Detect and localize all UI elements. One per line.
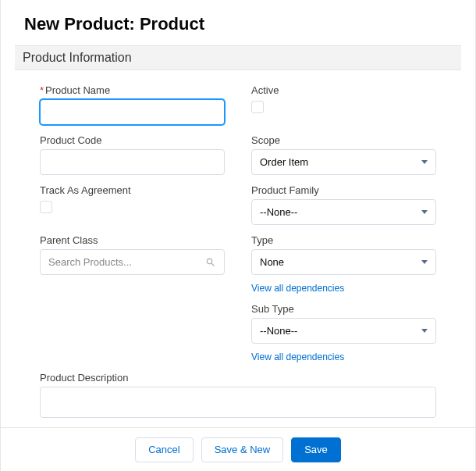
- label-scope: Scope: [251, 134, 436, 146]
- view-deps-type-link[interactable]: View all dependencies: [251, 283, 436, 294]
- field-track-as-agreement: Track As Agreement: [40, 184, 225, 225]
- chevron-down-icon: [421, 160, 428, 164]
- cancel-button[interactable]: Cancel: [135, 437, 193, 462]
- field-active: Active: [251, 84, 436, 125]
- type-value: None: [260, 256, 284, 268]
- save-button[interactable]: Save: [291, 437, 341, 462]
- active-checkbox[interactable]: [251, 101, 264, 113]
- parent-class-lookup[interactable]: Search Products...: [40, 249, 225, 275]
- product-name-input[interactable]: [40, 99, 225, 125]
- product-family-select[interactable]: --None--: [251, 199, 436, 225]
- field-product-description: Product Description: [40, 372, 436, 418]
- field-product-family: Product Family --None--: [251, 184, 436, 225]
- product-family-value: --None--: [260, 206, 297, 218]
- new-product-modal: New Product: Product Product Information…: [0, 0, 476, 471]
- label-product-description: Product Description: [40, 372, 436, 384]
- page-title: New Product: Product: [15, 0, 461, 45]
- chevron-down-icon: [421, 210, 428, 214]
- view-deps-subtype-link[interactable]: View all dependencies: [251, 351, 436, 362]
- scope-value: Order Item: [260, 156, 308, 168]
- label-product-name: * Product Name: [40, 84, 225, 96]
- parent-class-placeholder: Search Products...: [48, 256, 132, 268]
- field-type: Type None View all dependencies: [251, 234, 436, 294]
- modal-body: New Product: Product Product Information…: [1, 0, 475, 426]
- modal-footer: Cancel Save & New Save: [1, 427, 475, 471]
- label-type: Type: [251, 234, 436, 246]
- field-sub-type: Sub Type --None-- View all dependencies: [251, 303, 436, 362]
- empty-cell: [40, 303, 225, 362]
- section-header-product-info: Product Information: [15, 45, 461, 70]
- label-parent-class: Parent Class: [40, 234, 225, 246]
- field-scope: Scope Order Item: [251, 134, 436, 175]
- required-indicator: *: [40, 84, 44, 96]
- label-sub-type: Sub Type: [251, 303, 436, 315]
- product-description-textarea[interactable]: [40, 387, 436, 418]
- field-product-name: * Product Name: [40, 84, 225, 125]
- save-and-new-button[interactable]: Save & New: [201, 437, 284, 462]
- type-select[interactable]: None: [251, 249, 436, 275]
- label-product-name-text: Product Name: [45, 84, 110, 96]
- sub-type-select[interactable]: --None--: [251, 318, 436, 344]
- chevron-down-icon: [421, 260, 428, 264]
- search-icon: [205, 257, 216, 268]
- scope-select[interactable]: Order Item: [251, 149, 436, 175]
- form-grid: * Product Name Active Product Code Scope…: [15, 70, 461, 418]
- product-code-input[interactable]: [40, 149, 225, 175]
- label-product-code: Product Code: [40, 134, 225, 146]
- label-product-family: Product Family: [251, 184, 436, 196]
- field-parent-class: Parent Class Search Products...: [40, 234, 225, 294]
- sub-type-value: --None--: [260, 325, 297, 337]
- label-track-as-agreement: Track As Agreement: [40, 184, 225, 196]
- label-active: Active: [251, 84, 436, 96]
- track-as-agreement-checkbox[interactable]: [40, 201, 52, 213]
- field-product-code: Product Code: [40, 134, 225, 175]
- chevron-down-icon: [421, 329, 428, 333]
